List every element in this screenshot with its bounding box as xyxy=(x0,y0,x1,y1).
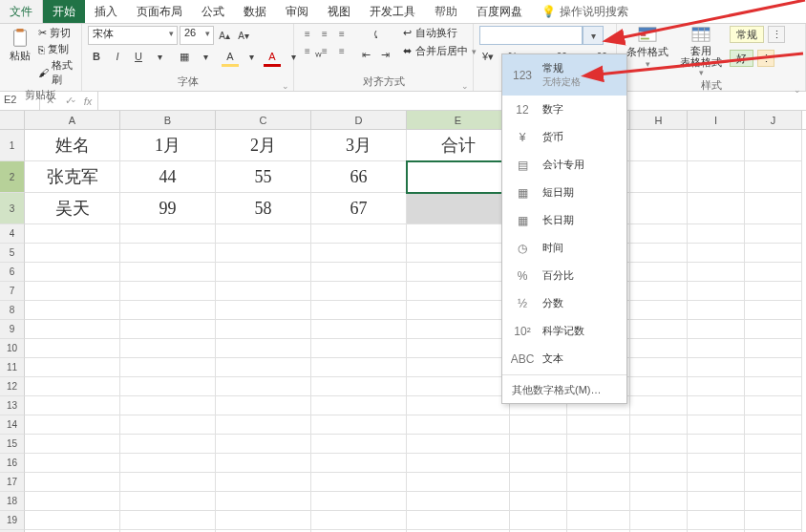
cell-C2[interactable]: 55 xyxy=(216,161,311,193)
cell-D5[interactable] xyxy=(311,244,407,263)
cell-I15[interactable] xyxy=(688,435,745,454)
wrap-text-button[interactable]: ↩自动换行 xyxy=(403,26,477,40)
cell-C8[interactable] xyxy=(216,301,311,320)
cell-H4[interactable] xyxy=(630,224,688,244)
cell-B9[interactable] xyxy=(120,320,216,339)
tab-data[interactable]: 数据 xyxy=(234,0,276,23)
col-header-D[interactable]: D xyxy=(311,111,407,129)
dd-item-9[interactable]: 10²科学记数 xyxy=(502,317,626,345)
cell-I10[interactable] xyxy=(688,339,745,358)
tab-dev[interactable]: 开发工具 xyxy=(360,0,425,23)
dd-item-2[interactable]: ¥货币 xyxy=(502,123,626,151)
font-size-select[interactable]: 26 xyxy=(180,26,214,45)
cell-C1[interactable]: 2月 xyxy=(216,130,311,161)
cell-B3[interactable]: 99 xyxy=(120,193,216,224)
cell-B14[interactable] xyxy=(120,415,216,435)
row-header-2[interactable]: 2 xyxy=(0,161,25,193)
cell-H15[interactable] xyxy=(630,435,688,454)
cell-B2[interactable]: 44 xyxy=(120,161,216,193)
cell-A3[interactable]: 吴天 xyxy=(25,193,120,224)
cell-I2[interactable] xyxy=(688,161,745,193)
row-header-7[interactable]: 7 xyxy=(0,282,25,301)
decrease-font-button[interactable]: A▾ xyxy=(235,27,252,44)
orientation-button[interactable]: ⤹ xyxy=(357,26,393,43)
cell-A10[interactable] xyxy=(25,339,120,358)
cell-C19[interactable] xyxy=(216,511,311,530)
cell-B12[interactable] xyxy=(120,377,216,396)
cell-C18[interactable] xyxy=(216,492,311,511)
increase-font-button[interactable]: A▴ xyxy=(216,27,233,44)
row-header-15[interactable]: 15 xyxy=(0,435,25,454)
cell-C15[interactable] xyxy=(216,435,311,454)
cell-H8[interactable] xyxy=(630,301,688,320)
cell-B17[interactable] xyxy=(120,473,216,492)
cell-I12[interactable] xyxy=(688,377,745,396)
font-name-select[interactable]: 宋体 xyxy=(88,26,178,45)
cell-G15[interactable] xyxy=(567,435,630,454)
align-middle-button[interactable]: ≡ xyxy=(317,26,332,41)
cell-A12[interactable] xyxy=(25,377,120,396)
cell-A2[interactable]: 张克军 xyxy=(25,161,120,193)
cell-style-more[interactable]: ⋮ xyxy=(768,26,785,43)
cell-E15[interactable] xyxy=(407,435,510,454)
cell-B7[interactable] xyxy=(120,282,216,301)
cell-E11[interactable] xyxy=(407,358,510,377)
cell-D8[interactable] xyxy=(311,301,407,320)
cell-F17[interactable] xyxy=(510,473,567,492)
cell-J11[interactable] xyxy=(745,358,802,377)
cell-J13[interactable] xyxy=(745,396,802,415)
row-header-5[interactable]: 5 xyxy=(0,244,25,263)
cell-E18[interactable] xyxy=(407,492,510,511)
cell-H3[interactable] xyxy=(630,193,688,224)
cell-F14[interactable] xyxy=(510,415,567,435)
cell-D6[interactable] xyxy=(311,263,407,282)
col-header-H[interactable]: H xyxy=(630,111,688,129)
cell-J4[interactable] xyxy=(745,224,802,244)
cell-A16[interactable] xyxy=(25,454,120,473)
cell-I13[interactable] xyxy=(688,396,745,415)
italic-button[interactable]: I xyxy=(109,48,126,65)
cell-I9[interactable] xyxy=(688,320,745,339)
fill-color-button[interactable]: A xyxy=(222,48,239,65)
align-left-button[interactable]: ≡ xyxy=(300,43,315,58)
row-header-13[interactable]: 13 xyxy=(0,396,25,415)
cell-I16[interactable] xyxy=(688,454,745,473)
cell-G19[interactable] xyxy=(567,511,630,530)
cell-H11[interactable] xyxy=(630,358,688,377)
cell-A1[interactable]: 姓名 xyxy=(25,130,120,161)
cell-E5[interactable] xyxy=(407,244,510,263)
cell-D1[interactable]: 3月 xyxy=(311,130,407,161)
row-header-12[interactable]: 12 xyxy=(0,377,25,396)
cell-style-other[interactable]: ⋮ xyxy=(757,50,774,67)
cell-D17[interactable] xyxy=(311,473,407,492)
cell-J10[interactable] xyxy=(745,339,802,358)
cell-C9[interactable] xyxy=(216,320,311,339)
cell-F19[interactable] xyxy=(510,511,567,530)
cell-D10[interactable] xyxy=(311,339,407,358)
cell-I11[interactable] xyxy=(688,358,745,377)
copy-button[interactable]: ⎘复制 xyxy=(38,42,75,56)
cell-I14[interactable] xyxy=(688,415,745,435)
align-right-button[interactable]: ≡ xyxy=(334,43,350,58)
cell-D3[interactable]: 67 xyxy=(311,193,407,224)
merge-center-button[interactable]: ⬌合并后居中▾ xyxy=(403,44,477,58)
row-header-17[interactable]: 17 xyxy=(0,473,25,492)
cell-H5[interactable] xyxy=(630,244,688,263)
cell-H10[interactable] xyxy=(630,339,688,358)
cell-J18[interactable] xyxy=(745,492,802,511)
cell-B6[interactable] xyxy=(120,263,216,282)
cell-D19[interactable] xyxy=(311,511,407,530)
col-header-E[interactable]: E xyxy=(407,111,510,129)
cell-C16[interactable] xyxy=(216,454,311,473)
dd-item-5[interactable]: ▦长日期 xyxy=(502,206,626,234)
align-center-button[interactable]: ≡ xyxy=(317,43,332,58)
cell-H7[interactable] xyxy=(630,282,688,301)
cell-G18[interactable] xyxy=(567,492,630,511)
cell-D12[interactable] xyxy=(311,377,407,396)
cell-J8[interactable] xyxy=(745,301,802,320)
cell-E10[interactable] xyxy=(407,339,510,358)
fx-icon[interactable]: fx xyxy=(78,92,97,110)
underline-more[interactable]: ▾ xyxy=(151,48,168,65)
cell-I4[interactable] xyxy=(688,224,745,244)
cell-C17[interactable] xyxy=(216,473,311,492)
